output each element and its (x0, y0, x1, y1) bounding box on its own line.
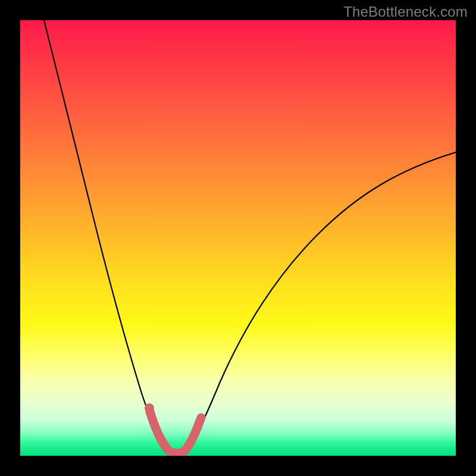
bottleneck-curve (20, 20, 456, 456)
chart-frame: TheBottleneck.com (0, 0, 476, 476)
curve-left-branch (44, 20, 168, 450)
watermark-text: TheBottleneck.com (343, 4, 468, 20)
highlight-segment (150, 412, 201, 453)
plot-area (20, 20, 456, 456)
curve-right-branch (186, 152, 456, 450)
highlight-start-dot (145, 403, 154, 413)
